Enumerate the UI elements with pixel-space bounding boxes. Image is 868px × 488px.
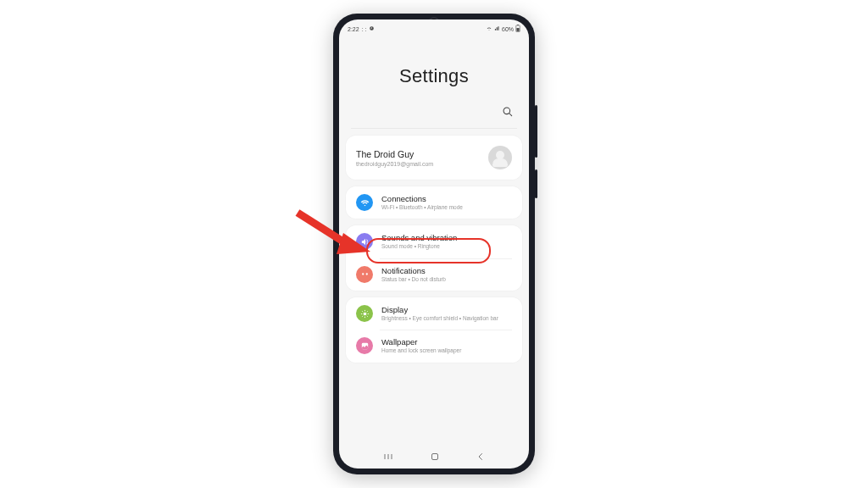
row-sub: Brightness • Eye comfort shield • Naviga… [381, 315, 498, 322]
search-icon[interactable] [502, 106, 514, 121]
svg-rect-1 [517, 25, 519, 25]
screen: 2:22 : : 60% Settings [339, 19, 529, 469]
svg-point-5 [362, 274, 364, 275]
row-sub: Status bar • Do not disturb [381, 276, 446, 283]
status-bar: 2:22 : : 60% [339, 19, 529, 35]
settings-header: Settings [339, 35, 529, 106]
svg-line-13 [366, 315, 367, 316]
back-button[interactable] [476, 450, 486, 465]
svg-line-4 [509, 114, 512, 116]
sound-icon [356, 233, 373, 250]
row-display[interactable]: Display Brightness • Eye comfort shield … [346, 297, 522, 330]
status-time: 2:22 [348, 26, 359, 32]
svg-rect-2 [516, 28, 519, 31]
battery-icon [515, 25, 520, 33]
svg-line-14 [362, 315, 363, 316]
notif-icon [356, 266, 373, 283]
svg-point-6 [365, 274, 367, 275]
svg-rect-20 [432, 454, 438, 460]
wifi-icon [356, 194, 373, 211]
battery-pct: 60% [502, 26, 514, 32]
row-sub: Sound mode • Ringtone [381, 243, 457, 250]
account-card[interactable]: The Droid Guy thedroidguy2019@gmail.com [346, 136, 522, 180]
row-title: Wallpaper [381, 337, 461, 347]
account-email: thedroidguy2019@gmail.com [356, 161, 488, 167]
row-title: Display [381, 305, 498, 315]
nav-bar [339, 446, 529, 469]
row-title: Sounds and vibration [381, 233, 457, 243]
status-dots: : : [362, 26, 367, 32]
row-sounds[interactable]: Sounds and vibration Sound mode • Ringto… [346, 225, 522, 258]
group-sound-notif: Sounds and vibration Sound mode • Ringto… [346, 225, 522, 291]
alarm-icon [369, 25, 375, 32]
row-notifications[interactable]: Notifications Status bar • Do not distur… [346, 258, 522, 291]
home-button[interactable] [430, 450, 440, 465]
group-connections: Connections Wi-Fi • Bluetooth • Airplane… [346, 186, 522, 219]
account-name: The Droid Guy [356, 149, 488, 159]
row-wallpaper[interactable]: Wallpaper Home and lock screen wallpaper [346, 330, 522, 362]
signal-icon [494, 25, 500, 32]
page-title: Settings [339, 65, 529, 87]
power-button [535, 169, 537, 198]
avatar [488, 146, 512, 169]
row-title: Notifications [381, 266, 446, 276]
row-sub: Home and lock screen wallpaper [381, 347, 461, 354]
display-icon [356, 305, 373, 322]
volume-button [535, 105, 537, 158]
wifi-mini-icon [486, 25, 492, 32]
svg-line-15 [366, 311, 367, 312]
group-display-wallpaper: Display Brightness • Eye comfort shield … [346, 297, 522, 363]
row-title: Connections [381, 194, 463, 204]
row-connections[interactable]: Connections Wi-Fi • Bluetooth • Airplane… [346, 186, 522, 219]
svg-line-12 [362, 311, 363, 312]
row-sub: Wi-Fi • Bluetooth • Airplane mode [381, 204, 463, 211]
recents-button[interactable] [382, 450, 394, 465]
wallpaper-icon [356, 337, 373, 354]
phone-frame: 2:22 : : 60% Settings [333, 14, 535, 474]
settings-list: The Droid Guy thedroidguy2019@gmail.com … [339, 129, 529, 446]
svg-point-7 [363, 312, 366, 315]
